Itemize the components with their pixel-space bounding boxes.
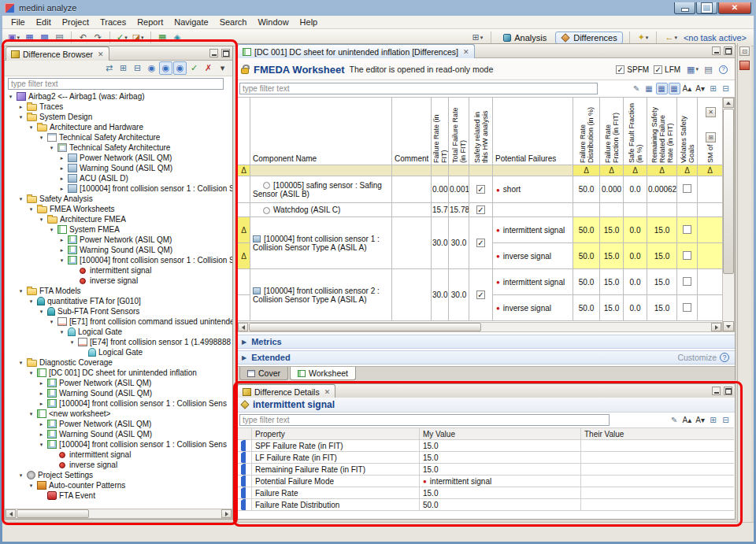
merge-difference-icon[interactable]: ◉ bbox=[173, 61, 187, 75]
potential-failure-cell[interactable] bbox=[493, 203, 573, 217]
expand-arrow-icon[interactable]: ▸ bbox=[17, 104, 24, 110]
frac-cell[interactable] bbox=[600, 203, 624, 217]
sff-cell[interactable]: 0.0 bbox=[624, 176, 647, 203]
rem-cell[interactable]: 0.000625 bbox=[647, 176, 677, 203]
close-icon[interactable]: ✕ bbox=[324, 388, 331, 396]
comment-cell[interactable] bbox=[392, 176, 432, 203]
spfm-checkbox[interactable]: ✓ SPFM bbox=[616, 65, 649, 74]
print-icon[interactable]: ▤ bbox=[53, 31, 66, 44]
tree-item[interactable]: ▸Warning Sound (ASIL QM) bbox=[5, 429, 232, 439]
potential-failure-cell[interactable]: ●inverse signal bbox=[493, 243, 573, 269]
sm-cell[interactable] bbox=[698, 269, 723, 295]
potential-failure-cell[interactable]: ●short bbox=[493, 176, 573, 203]
minimized-view-icon[interactable] bbox=[739, 61, 750, 70]
comment-cell[interactable] bbox=[392, 203, 432, 217]
details-row[interactable]: Failure Rate Distribution50.0 bbox=[238, 499, 735, 511]
property-cell[interactable]: SPF Failure Rate (in FIT) bbox=[252, 440, 420, 452]
their-value-cell[interactable] bbox=[581, 440, 735, 452]
worksheet-horizontal-scrollbar[interactable] bbox=[237, 322, 722, 332]
expand-arrow-icon[interactable]: ▾ bbox=[38, 309, 45, 315]
tab-difference-details[interactable]: Difference Details ✕ bbox=[237, 384, 335, 398]
checkbox-checked-icon[interactable]: ✓ bbox=[476, 291, 485, 299]
potential-failure-cell[interactable]: ●inverse signal bbox=[493, 295, 573, 321]
their-value-cell[interactable] bbox=[581, 464, 735, 476]
metrics-section-header[interactable]: ▶ Metrics bbox=[236, 335, 735, 349]
menu-search[interactable]: Search bbox=[214, 17, 253, 28]
tree-item[interactable]: ▾FMEA Worksheets bbox=[5, 204, 232, 214]
violates-cell[interactable] bbox=[677, 243, 698, 269]
expand-arrow-icon[interactable]: ▾ bbox=[17, 114, 24, 120]
dist-cell[interactable]: 50.0 bbox=[573, 295, 600, 321]
tree-item[interactable]: ▾[DC 001] DC sheet for unintended inflat… bbox=[5, 368, 232, 378]
violates-cell[interactable] bbox=[677, 269, 698, 295]
total-failure-rate-cell[interactable]: 15.78 bbox=[449, 203, 469, 217]
scroll-down-button[interactable] bbox=[723, 321, 734, 331]
total-failure-rate-cell[interactable]: 30.0 bbox=[449, 269, 469, 321]
potential-failure-cell[interactable]: ●intermittent signal bbox=[493, 269, 573, 295]
expand-arrow-icon[interactable]: ▾ bbox=[58, 257, 65, 264]
my-value-cell[interactable]: 15.0 bbox=[420, 487, 581, 499]
frac-cell[interactable]: 0.000 bbox=[600, 176, 624, 203]
expand-arrow-icon[interactable]: ▾ bbox=[17, 472, 24, 479]
tree-item[interactable]: ▾Auto-counter Patterns bbox=[5, 480, 232, 490]
expand-arrow-icon[interactable]: ▾ bbox=[7, 94, 14, 100]
expand-arrow-icon[interactable]: ▾ bbox=[38, 216, 45, 223]
worksheet-vertical-scrollbar[interactable] bbox=[722, 97, 735, 332]
menu-help[interactable]: Help bbox=[295, 17, 324, 28]
tree-item[interactable]: ▸ACU (ASIL D) bbox=[5, 173, 232, 183]
their-value-cell[interactable] bbox=[581, 487, 735, 499]
tree-item[interactable]: ▾[E74] front collision sensor 1 (1.49988… bbox=[5, 337, 232, 347]
print-worksheet-icon[interactable]: ▤ bbox=[702, 63, 715, 76]
total-failure-rate-cell[interactable]: 30.0 bbox=[449, 217, 469, 269]
expand-arrow-icon[interactable]: ▾ bbox=[28, 411, 35, 417]
expand-arrow-icon[interactable]: ▸ bbox=[58, 247, 65, 253]
sm-cell[interactable] bbox=[698, 295, 723, 321]
next-difference-icon[interactable]: ◉ bbox=[159, 61, 172, 75]
expand-all-icon[interactable]: ⊞ bbox=[117, 61, 130, 75]
save-all-icon[interactable]: ▩ bbox=[38, 31, 51, 44]
expand-arrow-icon[interactable]: ▾ bbox=[28, 124, 35, 131]
menu-edit[interactable]: Edit bbox=[31, 17, 57, 28]
checkbox-checked-icon[interactable]: ✓ bbox=[476, 205, 485, 214]
frac-cell[interactable]: 15.0 bbox=[600, 217, 624, 243]
view-menu-icon[interactable]: ▾ bbox=[216, 61, 229, 75]
help-icon[interactable]: ? bbox=[717, 63, 730, 76]
font-decrease-icon[interactable]: A▾ bbox=[694, 83, 706, 94]
expand-arrow-icon[interactable]: ▾ bbox=[48, 227, 55, 233]
edit-filter-icon[interactable]: ✎ bbox=[669, 414, 680, 426]
expand-arrow-icon[interactable]: ▾ bbox=[28, 206, 35, 213]
column-header-dist[interactable]: Failure Rate Distribution (in %) bbox=[573, 98, 600, 165]
expand-arrow-icon[interactable]: ▸ bbox=[38, 401, 45, 407]
active-task-label[interactable]: <no task active> bbox=[684, 33, 747, 43]
tab-difference-browser[interactable]: Difference Browser ✕ bbox=[6, 46, 109, 61]
frac-cell[interactable]: 15.0 bbox=[600, 243, 624, 269]
panel-minimize-icon[interactable] bbox=[712, 387, 721, 395]
redo-icon[interactable]: ↷ bbox=[91, 31, 105, 44]
show-spfm-columns-icon[interactable]: ▦ bbox=[656, 83, 668, 94]
tree-item[interactable]: ▾FTA Models bbox=[5, 286, 232, 296]
tree-item[interactable]: ▾Architecture FMEA bbox=[5, 214, 232, 224]
dist-cell[interactable]: 50.0 bbox=[573, 269, 600, 295]
sff-cell[interactable]: 0.0 bbox=[624, 243, 647, 269]
column-options-button[interactable]: ⊞ bbox=[706, 132, 716, 142]
link-with-editor-icon[interactable]: ⇄ bbox=[102, 61, 116, 75]
tree-item[interactable]: ▾Technical Safety Architecture bbox=[5, 132, 232, 142]
window-maximize-button[interactable] bbox=[696, 2, 717, 14]
details-row[interactable]: LF Failure Rate (in FIT)15.0 bbox=[238, 452, 735, 464]
expand-arrow-icon[interactable]: ▸ bbox=[58, 176, 65, 182]
tree-item[interactable]: intermittent signal bbox=[5, 265, 232, 276]
lfm-checkbox[interactable]: ✓ LFM bbox=[654, 65, 680, 74]
checkbox-unchecked-icon[interactable] bbox=[683, 251, 691, 260]
scroll-left-button[interactable] bbox=[238, 323, 248, 331]
checkbox-unchecked-icon[interactable] bbox=[683, 225, 691, 234]
worksheet-filter-input[interactable] bbox=[239, 83, 598, 94]
menu-report[interactable]: Report bbox=[132, 17, 169, 28]
property-cell[interactable]: LF Failure Rate (in FIT) bbox=[252, 452, 420, 464]
tree-filter-input[interactable] bbox=[8, 78, 224, 90]
dist-cell[interactable]: 50.0 bbox=[573, 176, 600, 203]
scroll-right-button[interactable] bbox=[221, 509, 232, 518]
expand-arrow-icon[interactable]: ▸ bbox=[58, 165, 65, 172]
menu-window[interactable]: Window bbox=[252, 17, 294, 28]
safety-related-cell[interactable]: ✓ bbox=[469, 203, 493, 217]
my-value-cell[interactable]: 50.0 bbox=[420, 499, 581, 511]
